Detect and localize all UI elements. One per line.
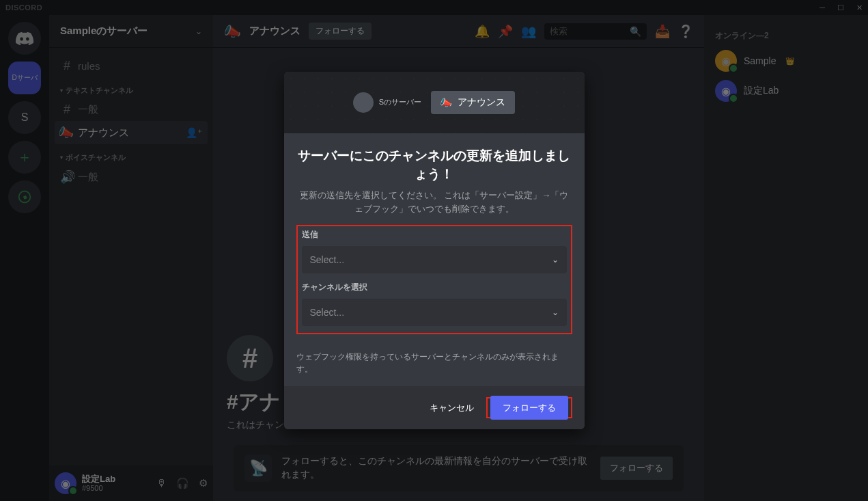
server-avatar bbox=[353, 92, 374, 113]
field-label: 送信 bbox=[302, 229, 567, 241]
follow-confirm-button[interactable]: フォローする bbox=[490, 396, 568, 420]
field-send-to: 送信 Select... ⌄ bbox=[302, 229, 567, 273]
modal-body: サーバーにこのチャンネルの更新を追加しましょう！ 更新の送信先を選択してください… bbox=[284, 133, 585, 351]
highlighted-confirm: フォローする bbox=[486, 397, 572, 418]
server-select[interactable]: Select... ⌄ bbox=[302, 246, 567, 273]
field-channel: チャンネルを選択 Select... ⌄ bbox=[302, 282, 567, 326]
highlighted-fields: 送信 Select... ⌄ チャンネルを選択 Select... ⌄ bbox=[296, 225, 572, 334]
modal-banner: Sのサーバー 📣 アナウンス bbox=[284, 72, 585, 133]
banner-server: Sのサーバー bbox=[353, 92, 421, 113]
cancel-button[interactable]: キャンセル bbox=[430, 402, 474, 414]
follow-modal: Sのサーバー 📣 アナウンス サーバーにこのチャンネルの更新を追加しましょう！ … bbox=[284, 72, 585, 429]
modal-subtitle: 更新の送信先を選択してください。 これは「サーバー設定」→「ウェブフック」でいつ… bbox=[296, 189, 572, 215]
channel-select[interactable]: Select... ⌄ bbox=[302, 299, 567, 326]
chevron-down-icon: ⌄ bbox=[552, 308, 559, 317]
chevron-down-icon: ⌄ bbox=[552, 255, 559, 265]
megaphone-icon: 📣 bbox=[440, 97, 452, 108]
select-value: Select... bbox=[310, 254, 345, 265]
banner-channel-chip: 📣 アナウンス bbox=[431, 91, 515, 114]
modal-hint: ウェブフック権限を持っているサーバーとチャンネルのみが表示されます。 bbox=[284, 351, 585, 386]
select-value: Select... bbox=[310, 307, 345, 318]
banner-server-name: Sのサーバー bbox=[379, 97, 421, 107]
modal-footer: キャンセル フォローする bbox=[284, 386, 585, 429]
modal-wrapper: Sのサーバー 📣 アナウンス サーバーにこのチャンネルの更新を追加しましょう！ … bbox=[0, 0, 868, 501]
banner-channel-label: アナウンス bbox=[458, 96, 505, 109]
field-label: チャンネルを選択 bbox=[302, 282, 567, 293]
modal-title: サーバーにこのチャンネルの更新を追加しましょう！ bbox=[296, 147, 572, 183]
